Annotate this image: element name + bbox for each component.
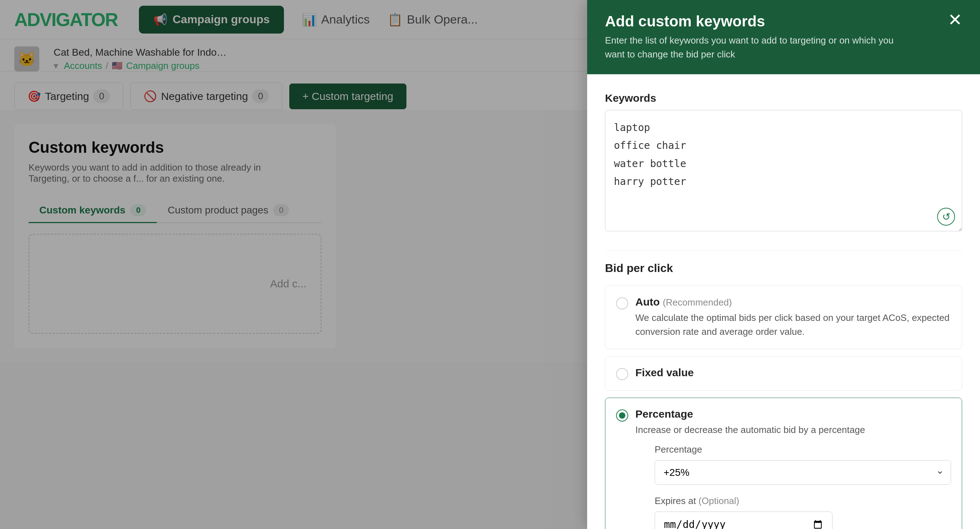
percentage-field-label: Percentage — [655, 444, 951, 455]
expires-date-input[interactable] — [655, 512, 832, 529]
bid-per-click-label: Bid per click — [605, 251, 962, 275]
close-icon: ✕ — [948, 10, 962, 29]
percentage-option-label: Percentage — [635, 408, 951, 420]
percentage-select[interactable]: +25% +50% +75% +100% -25% -50% — [655, 460, 951, 485]
modal-close-button[interactable]: ✕ — [948, 11, 962, 29]
modal-header-content: Add custom keywords Enter the list of ke… — [605, 13, 912, 61]
modal-title: Add custom keywords — [605, 13, 912, 30]
percentage-option[interactable]: Percentage Increase or decrease the auto… — [605, 398, 962, 529]
auto-option-content: Auto (Recommended) We calculate the opti… — [635, 296, 951, 339]
percentage-radio-button[interactable] — [616, 410, 628, 421]
percentage-option-desc: Increase or decrease the automatic bid b… — [635, 423, 951, 437]
modal-subtitle: Enter the list of keywords you want to a… — [605, 33, 912, 61]
fixed-option-label: Fixed value — [635, 367, 694, 379]
auto-radio-button[interactable] — [616, 297, 628, 310]
auto-option-desc: We calculate the optimal bids per click … — [635, 311, 951, 339]
expires-label: Expires at (Optional) — [655, 496, 951, 507]
modal-header: Add custom keywords Enter the list of ke… — [587, 0, 980, 74]
keywords-wrapper: laptop office chair water bottle harry p… — [605, 110, 962, 233]
auto-option-label: Auto (Recommended) — [635, 296, 951, 308]
auto-bid-option[interactable]: Auto (Recommended) We calculate the opti… — [605, 286, 962, 349]
keywords-field-label: Keywords — [605, 92, 962, 104]
refresh-icon[interactable]: ↺ — [937, 208, 955, 226]
percentage-option-content: Percentage Increase or decrease the auto… — [635, 408, 951, 529]
fixed-option-content: Fixed value — [635, 367, 694, 379]
percentage-settings: Percentage +25% +50% +75% +100% -25% -50… — [635, 444, 951, 529]
keywords-textarea[interactable]: laptop office chair water bottle harry p… — [605, 110, 962, 231]
modal-body: Keywords laptop office chair water bottl… — [587, 74, 980, 529]
add-custom-keywords-modal: Add custom keywords Enter the list of ke… — [587, 0, 980, 529]
fixed-value-option[interactable]: Fixed value — [605, 356, 962, 391]
fixed-radio-button[interactable] — [616, 368, 628, 380]
